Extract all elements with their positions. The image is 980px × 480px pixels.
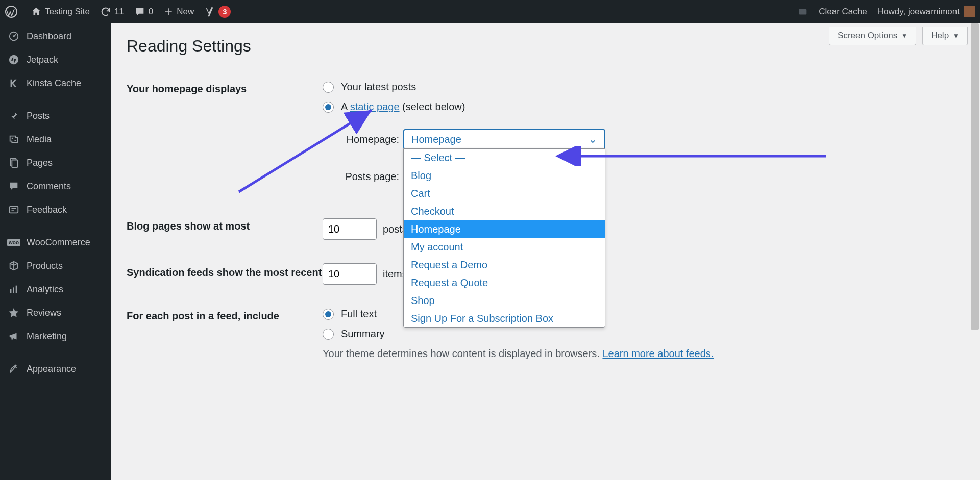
sidebar-item-media[interactable]: Media (0, 128, 111, 151)
pages-icon (7, 156, 20, 169)
wordpress-icon (5, 6, 17, 18)
feed-include-label: For each post in a feed, include (127, 308, 323, 322)
feedback-icon (7, 203, 20, 216)
sidebar-item-reviews[interactable]: Reviews (0, 301, 111, 324)
svg-point-5 (12, 138, 13, 139)
woo-icon: woo (7, 236, 20, 249)
homepage-option[interactable]: Cart (404, 185, 605, 203)
help-tab[interactable]: Help▼ (922, 27, 968, 45)
homepage-option[interactable]: Homepage (404, 220, 605, 238)
syndication-label: Syndication feeds show the most recent (127, 263, 323, 280)
svg-point-4 (9, 55, 18, 64)
feed-help-text: Your theme determines how content is dis… (323, 348, 965, 360)
homepage-option[interactable]: Checkout (404, 203, 605, 220)
svg-rect-10 (10, 289, 12, 293)
analytics-icon (7, 283, 20, 296)
notifications-icon[interactable] (792, 0, 814, 23)
star-icon (7, 306, 20, 319)
radio-summary[interactable] (323, 329, 334, 340)
clear-cache-label: Clear Cache (819, 7, 867, 17)
static-page-link[interactable]: static page (350, 101, 400, 112)
clear-cache-link[interactable]: Clear Cache (814, 0, 872, 23)
new-label: New (177, 7, 194, 17)
scrollbar-thumb[interactable] (971, 23, 979, 330)
sidebar-item-label: Pages (27, 158, 53, 168)
screen-options-tab[interactable]: Screen Options▼ (829, 27, 916, 45)
sidebar-item-label: Comments (27, 181, 71, 192)
sidebar-item-label: Analytics (27, 284, 63, 295)
account-link[interactable]: Howdy, joewarnimont (872, 0, 980, 23)
sidebar-item-jetpack[interactable]: Jetpack (0, 48, 111, 71)
sidebar-item-marketing[interactable]: Marketing (0, 324, 111, 348)
svg-rect-8 (12, 160, 17, 168)
site-name-link[interactable]: Testing Site (26, 0, 95, 23)
radio-static-page[interactable] (323, 102, 334, 113)
updates-link[interactable]: 11 (95, 0, 129, 23)
megaphone-icon (7, 330, 20, 343)
screen-options-label: Screen Options (838, 31, 897, 41)
homepage-option[interactable]: My account (404, 238, 605, 256)
yoast-badge: 3 (218, 6, 231, 18)
sidebar-item-label: WooCommerce (27, 237, 90, 248)
contextual-tabs: Screen Options▼ Help▼ (829, 27, 968, 45)
sidebar-item-label: Feedback (27, 205, 67, 215)
sidebar-item-label: Marketing (27, 331, 67, 342)
sidebar-item-products[interactable]: Products (0, 254, 111, 277)
homepage-select[interactable]: Homepage⌄ — Select —BlogCartCheckoutHome… (403, 129, 605, 149)
sidebar-item-label: Products (27, 261, 63, 271)
kinsta-icon (7, 77, 20, 90)
sidebar-item-kinsta[interactable]: Kinsta Cache (0, 71, 111, 95)
radio-latest-posts[interactable] (323, 82, 334, 93)
sidebar-item-comments[interactable]: Comments (0, 174, 111, 198)
comments-count: 0 (149, 7, 153, 17)
learn-more-feeds-link[interactable]: Learn more about feeds. (602, 348, 714, 359)
blog-pages-label: Blog pages show at most (127, 218, 323, 232)
homepage-select-value: Homepage (411, 134, 461, 145)
chevron-down-icon: ⌄ (589, 133, 597, 145)
new-link[interactable]: New (158, 0, 199, 23)
homepage-option[interactable]: Blog (404, 167, 605, 185)
comments-link[interactable]: 0 (129, 0, 158, 23)
comment-icon (7, 180, 20, 193)
sidebar-item-appearance[interactable]: Appearance (0, 357, 111, 381)
homepage-select-dropdown: — Select —BlogCartCheckoutHomepageMy acc… (403, 148, 605, 328)
homepage-option[interactable]: Request a Demo (404, 256, 605, 274)
sidebar-item-label: Posts (27, 111, 50, 121)
homepage-option[interactable]: Shop (404, 292, 605, 310)
homepage-option[interactable]: Sign Up For a Subscription Box (404, 310, 605, 327)
radio-latest-label: Your latest posts (341, 81, 416, 93)
sidebar-item-posts[interactable]: Posts (0, 104, 111, 128)
avatar (964, 6, 975, 17)
jetpack-icon (7, 53, 20, 66)
sidebar-item-label: Appearance (27, 364, 76, 374)
sidebar-item-analytics[interactable]: Analytics (0, 277, 111, 301)
sidebar-item-dashboard[interactable]: Dashboard (0, 24, 111, 48)
sidebar-item-woo[interactable]: wooWooCommerce (0, 231, 111, 254)
homepage-select-head[interactable]: Homepage⌄ (403, 129, 605, 149)
sidebar-item-feedback[interactable]: Feedback (0, 198, 111, 221)
svg-point-6 (14, 140, 16, 141)
sidebar-item-pages[interactable]: Pages (0, 151, 111, 174)
syndication-input[interactable] (323, 263, 377, 285)
homepage-option[interactable]: — Select — (404, 149, 605, 167)
wp-logo[interactable] (0, 0, 26, 23)
homepage-option[interactable]: Request a Quote (404, 274, 605, 292)
homepage-select-label: Homepage: (334, 134, 399, 145)
svg-rect-1 (799, 9, 807, 15)
comment-icon (134, 6, 145, 17)
media-icon (7, 133, 20, 146)
radio-summary-label: Summary (341, 328, 385, 340)
updates-icon (100, 6, 111, 17)
svg-point-3 (13, 35, 15, 37)
blog-pages-input[interactable] (323, 218, 377, 240)
sidebar-item-label: Media (27, 134, 52, 145)
home-icon (31, 6, 42, 17)
sidebar-item-label: Dashboard (27, 31, 71, 42)
svg-rect-12 (16, 286, 17, 293)
updates-count: 11 (114, 7, 124, 17)
chevron-down-icon: ▼ (953, 32, 959, 39)
scrollbar[interactable] (970, 23, 980, 480)
radio-full-text[interactable] (323, 309, 334, 320)
admin-toolbar: Testing Site 11 0 New 3 Clear Cache Howd… (0, 0, 980, 23)
yoast-link[interactable]: 3 (199, 0, 236, 23)
